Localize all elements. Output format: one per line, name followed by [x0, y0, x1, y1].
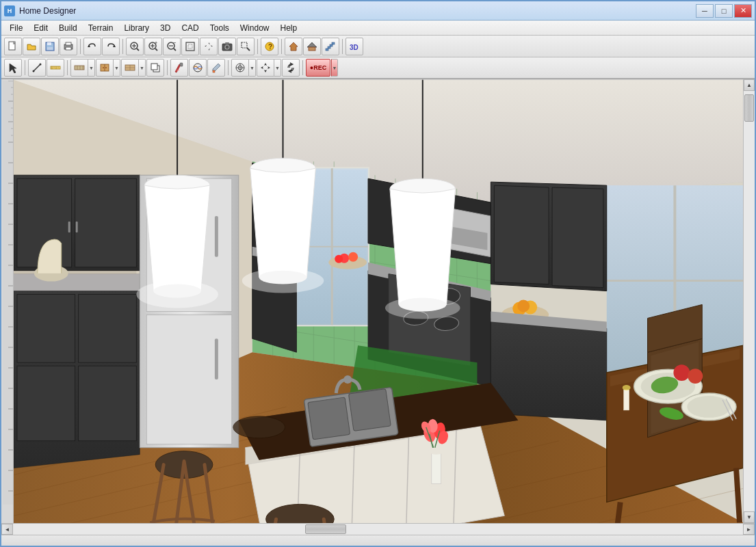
svg-marker-187: [491, 318, 606, 420]
wall-tool-dropdown[interactable]: ▼: [88, 59, 95, 77]
draw-tool-button[interactable]: [28, 59, 46, 77]
svg-rect-244: [624, 390, 629, 410]
cabinet-tool-button[interactable]: [96, 59, 114, 77]
floor-tool-dropdown[interactable]: ▼: [139, 59, 146, 77]
svg-text:3D: 3D: [350, 44, 359, 51]
sep-t2-5: [302, 60, 303, 75]
rotate-tool-button[interactable]: [282, 59, 300, 77]
move-tool-dropdown[interactable]: ▼: [274, 59, 281, 77]
svg-point-218: [136, 281, 218, 308]
svg-rect-63: [151, 64, 157, 70]
menu-cad[interactable]: CAD: [176, 21, 204, 35]
zoom-area-button[interactable]: [237, 38, 255, 55]
svg-marker-71: [264, 63, 267, 72]
menu-window[interactable]: Window: [235, 21, 275, 35]
eyedropper-tool-button[interactable]: [207, 59, 225, 77]
fit-view-button[interactable]: [181, 38, 199, 55]
new-button[interactable]: [4, 38, 22, 55]
svg-rect-202: [432, 451, 441, 484]
menu-build[interactable]: Build: [53, 21, 83, 35]
svg-point-214: [233, 416, 285, 438]
save-button[interactable]: [41, 38, 59, 55]
zoom-out-button[interactable]: −: [163, 38, 181, 55]
svg-rect-145: [17, 295, 75, 363]
zoom-glass-button[interactable]: [126, 38, 144, 55]
cabinet-tool-dropdown[interactable]: ▼: [114, 59, 120, 77]
material-tool-button[interactable]: [189, 59, 207, 77]
svg-rect-2: [47, 42, 51, 45]
close-button[interactable]: ✕: [734, 4, 752, 18]
svg-point-222: [242, 269, 324, 293]
sep-t2-3: [167, 60, 168, 75]
svg-rect-64: [180, 63, 183, 66]
svg-line-32: [247, 48, 250, 51]
svg-rect-30: [225, 42, 229, 44]
svg-rect-37: [309, 47, 315, 51]
horizontal-scrollbar[interactable]: ◄ ►: [1, 523, 755, 535]
scroll-down-button[interactable]: ▼: [744, 511, 755, 523]
wall-tool-button[interactable]: [70, 59, 88, 77]
select-tool-button[interactable]: [4, 59, 22, 77]
copy-tool-button[interactable]: [146, 59, 164, 77]
viewport-canvas[interactable]: [14, 79, 743, 523]
target-tool-dropdown[interactable]: ▼: [249, 59, 256, 77]
maximize-button[interactable]: □: [715, 4, 733, 18]
zoom-in-button[interactable]: +: [144, 38, 162, 55]
menu-help[interactable]: Help: [274, 21, 302, 35]
house-view-button[interactable]: [285, 38, 302, 55]
print-button[interactable]: [60, 38, 77, 55]
svg-rect-66: [213, 70, 215, 72]
svg-point-245: [623, 385, 631, 390]
sep-t2-2: [67, 60, 68, 75]
svg-rect-58: [105, 67, 107, 68]
help-button[interactable]: ?: [261, 38, 278, 55]
svg-line-19: [174, 49, 176, 51]
3d-view-button[interactable]: 3D: [346, 38, 363, 55]
floor-tool-button[interactable]: [121, 59, 139, 77]
menu-file[interactable]: File: [4, 21, 28, 35]
redo-button[interactable]: [102, 38, 120, 55]
separator3: [257, 39, 258, 54]
svg-marker-185: [494, 185, 549, 284]
pan-button[interactable]: [200, 38, 218, 55]
stairs-button[interactable]: [322, 38, 339, 55]
scroll-thumb-v[interactable]: [744, 94, 754, 122]
svg-text:+: +: [155, 41, 157, 45]
undo-button[interactable]: [83, 38, 101, 55]
svg-marker-27: [209, 45, 213, 46]
move-tool-button[interactable]: [257, 59, 274, 77]
scroll-left-button[interactable]: ◄: [1, 524, 13, 535]
record-button[interactable]: ●REC: [306, 59, 330, 77]
target-tool-button[interactable]: [231, 59, 249, 77]
paint-tool-button[interactable]: [170, 59, 188, 77]
scroll-thumb-h[interactable]: [305, 524, 346, 534]
vertical-scrollbar[interactable]: ▲ ▼: [743, 79, 755, 523]
roof-button[interactable]: [303, 38, 321, 55]
menu-edit[interactable]: Edit: [28, 21, 53, 35]
svg-point-240: [688, 369, 703, 384]
menu-library[interactable]: Library: [118, 21, 155, 35]
sep-t2-4: [228, 60, 229, 75]
scroll-track-v[interactable]: [744, 91, 755, 511]
svg-text:−: −: [173, 41, 177, 46]
svg-rect-198: [308, 397, 350, 440]
svg-rect-39: [330, 44, 333, 46]
menu-bar: File Edit Build Terrain Library 3D CAD T…: [1, 21, 755, 36]
scroll-up-button[interactable]: ▲: [744, 79, 755, 91]
menu-terrain[interactable]: Terrain: [83, 21, 119, 35]
cabinet-tool-group: ▼: [96, 59, 120, 77]
menu-3d[interactable]: 3D: [155, 21, 176, 35]
vertical-ruler: [1, 79, 14, 523]
tape-measure-button[interactable]: [47, 59, 64, 77]
svg-rect-38: [332, 42, 335, 44]
open-button[interactable]: [23, 38, 40, 55]
menu-tools[interactable]: Tools: [205, 21, 235, 35]
app-icon: H: [4, 5, 15, 16]
minimize-button[interactable]: ─: [696, 4, 714, 18]
svg-line-10: [137, 49, 139, 51]
svg-rect-152: [215, 216, 218, 257]
camera-button[interactable]: [218, 38, 236, 55]
scroll-right-button[interactable]: ►: [743, 524, 755, 535]
record-dropdown[interactable]: ▼: [331, 59, 338, 77]
scroll-track-h[interactable]: [13, 524, 743, 535]
